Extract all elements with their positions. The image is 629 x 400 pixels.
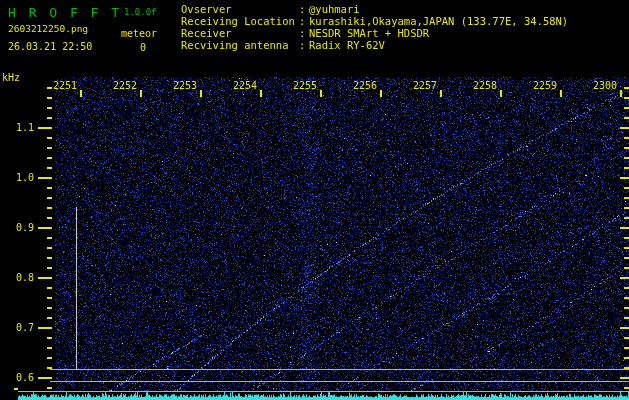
info-separator: : (299, 39, 309, 51)
info-row-2: Receiver:NESDR SMArt + HDSDR (181, 27, 568, 39)
time-tick-label-2256: 2256 (348, 80, 377, 92)
freq-tick-label-0.7: 0.7 (2, 322, 34, 334)
time-tick-label-2254: 2254 (228, 80, 257, 92)
time-tick-label-2300: 2300 (588, 80, 617, 92)
info-label: Receiver (181, 27, 299, 39)
freq-tick-label-1.1: 1.1 (2, 122, 34, 134)
info-label: Receiving Location (181, 15, 299, 27)
time-tick-label-2259: 2259 (528, 80, 557, 92)
spectrogram-canvas (0, 0, 629, 400)
freq-tick-label-1.0: 1.0 (2, 172, 34, 184)
info-label: Ovserver (181, 3, 299, 15)
time-tick-label-2251: 2251 (48, 80, 77, 92)
output-filename: 2603212250.png (8, 23, 88, 34)
freq-tick-label-0.6: 0.6 (2, 372, 34, 384)
info-value: @yuhmari (309, 3, 568, 15)
info-separator: : (299, 27, 309, 39)
info-value: Radix RY-62V (309, 39, 568, 51)
freq-tick-label-0.9: 0.9 (2, 222, 34, 234)
meteor-counter-label: meteor (121, 28, 157, 39)
info-value: NESDR SMArt + HDSDR (309, 27, 568, 39)
time-tick-label-2252: 2252 (108, 80, 137, 92)
info-row-0: Ovserver:@yuhmari (181, 3, 568, 15)
info-row-3: Recviving antenna:Radix RY-62V (181, 39, 568, 51)
frequency-axis-unit-label: kHz (2, 72, 20, 83)
time-tick-label-2258: 2258 (468, 80, 497, 92)
hrofft-output-window: H R O F F T 1.0.0f 2603212250.png meteor… (0, 0, 629, 400)
info-label: Recviving antenna (181, 39, 299, 51)
app-title: H R O F F T (8, 5, 122, 20)
time-tick-label-2253: 2253 (168, 80, 197, 92)
info-value: kurashiki,Okayama,JAPAN (133.77E, 34.58N… (309, 15, 568, 27)
time-tick-label-2255: 2255 (288, 80, 317, 92)
info-separator: : (299, 3, 309, 15)
info-separator: : (299, 15, 309, 27)
freq-tick-label-0.8: 0.8 (2, 272, 34, 284)
observation-datetime: 26.03.21 22:50 (8, 41, 92, 52)
app-version: 1.0.0f (124, 7, 157, 17)
meteor-counter-value: 0 (140, 42, 146, 53)
info-row-1: Receiving Location:kurashiki,Okayama,JAP… (181, 15, 568, 27)
time-tick-label-2257: 2257 (408, 80, 437, 92)
observer-info-panel: Ovserver:@yuhmariReceiving Location:kura… (181, 3, 568, 51)
